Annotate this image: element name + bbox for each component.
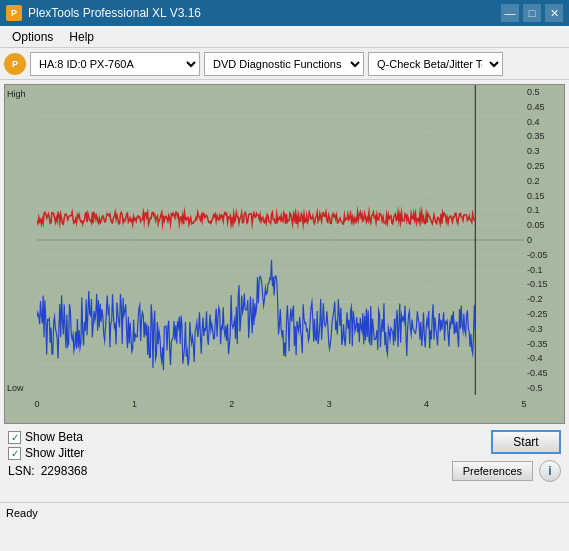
title-bar-controls: — □ ✕	[501, 4, 563, 22]
y-high-label: High	[7, 89, 26, 99]
lsn-value: 2298368	[41, 464, 88, 478]
test-select[interactable]: Q-Check Beta/Jitter Test	[368, 52, 503, 76]
y-right-label: 0.25	[524, 161, 564, 171]
chart-canvas	[37, 85, 524, 395]
start-button[interactable]: Start	[491, 430, 561, 454]
chart-area: High Low 0.50.450.40.350.30.250.20.150.1…	[4, 84, 565, 424]
bottom-left: Show Beta Show Jitter LSN: 2298368	[8, 430, 87, 478]
title-bar-left: P PlexTools Professional XL V3.16	[6, 5, 201, 21]
preferences-button[interactable]: Preferences	[452, 461, 533, 481]
menu-help[interactable]: Help	[61, 28, 102, 46]
y-right-label: -0.2	[524, 294, 564, 304]
y-right-label: 0.4	[524, 117, 564, 127]
y-right-label: -0.15	[524, 279, 564, 289]
y-right-label: 0.3	[524, 146, 564, 156]
status-bar: Ready	[0, 502, 569, 522]
show-beta-row: Show Beta	[8, 430, 87, 444]
x-label: 4	[417, 399, 437, 409]
maximize-button[interactable]: □	[523, 4, 541, 22]
y-right-label: -0.35	[524, 339, 564, 349]
bottom-panel: Show Beta Show Jitter LSN: 2298368 Start…	[0, 424, 569, 502]
drive-select[interactable]: HA:8 ID:0 PX-760A	[30, 52, 200, 76]
y-right-label: 0.5	[524, 87, 564, 97]
y-right-label: -0.5	[524, 383, 564, 393]
x-axis: 012345	[37, 395, 524, 423]
y-right-label: 0.1	[524, 205, 564, 215]
function-select[interactable]: DVD Diagnostic Functions	[204, 52, 364, 76]
x-label: 5	[514, 399, 534, 409]
toolbar: P HA:8 ID:0 PX-760A DVD Diagnostic Funct…	[0, 48, 569, 80]
y-right-label: -0.45	[524, 368, 564, 378]
show-jitter-checkbox[interactable]	[8, 447, 21, 460]
show-beta-label: Show Beta	[25, 430, 83, 444]
show-jitter-row: Show Jitter	[8, 446, 87, 460]
window-title: PlexTools Professional XL V3.16	[28, 6, 201, 20]
title-bar: P PlexTools Professional XL V3.16 — □ ✕	[0, 0, 569, 26]
show-beta-checkbox[interactable]	[8, 431, 21, 444]
y-low-label: Low	[7, 383, 24, 393]
y-right-label: -0.05	[524, 250, 564, 260]
status-text: Ready	[6, 507, 38, 519]
y-right-label: 0.05	[524, 220, 564, 230]
x-label: 1	[124, 399, 144, 409]
y-right-label: 0.15	[524, 191, 564, 201]
x-label: 0	[27, 399, 47, 409]
chart-inner	[37, 85, 524, 395]
y-axis-right: 0.50.450.40.350.30.250.20.150.10.050-0.0…	[524, 85, 564, 395]
info-button[interactable]: i	[539, 460, 561, 482]
drive-icon: P	[4, 53, 26, 75]
y-right-label: 0.2	[524, 176, 564, 186]
y-right-label: -0.1	[524, 265, 564, 275]
bottom-right-controls: Preferences i	[452, 460, 561, 482]
y-right-label: -0.3	[524, 324, 564, 334]
y-right-label: 0	[524, 235, 564, 245]
minimize-button[interactable]: —	[501, 4, 519, 22]
x-label: 2	[222, 399, 242, 409]
y-right-label: 0.45	[524, 102, 564, 112]
y-right-label: -0.25	[524, 309, 564, 319]
app-icon: P	[6, 5, 22, 21]
y-right-label: -0.4	[524, 353, 564, 363]
lsn-row: LSN: 2298368	[8, 464, 87, 478]
menu-bar: Options Help	[0, 26, 569, 48]
menu-options[interactable]: Options	[4, 28, 61, 46]
lsn-label: LSN:	[8, 464, 35, 478]
show-jitter-label: Show Jitter	[25, 446, 84, 460]
bottom-right: Start Preferences i	[452, 430, 561, 482]
close-button[interactable]: ✕	[545, 4, 563, 22]
x-label: 3	[319, 399, 339, 409]
y-right-label: 0.35	[524, 131, 564, 141]
